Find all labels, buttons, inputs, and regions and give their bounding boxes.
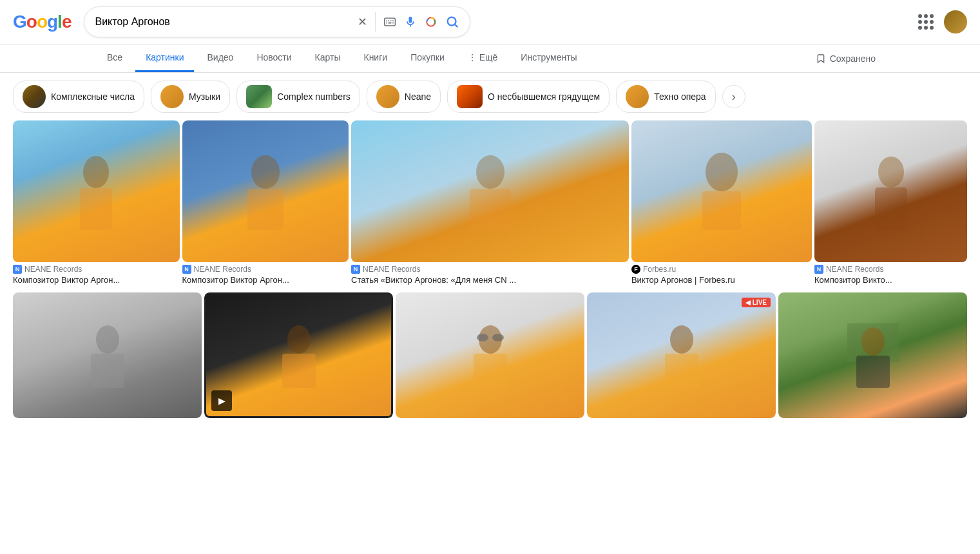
svg-rect-26 <box>474 354 507 388</box>
image-card-4[interactable]: F Forbes.ru Виктор Аргонов | Forbes.ru <box>631 120 812 290</box>
chip-thumb-4 <box>376 85 399 108</box>
tab-books[interactable]: Книги <box>353 44 398 72</box>
image-9: ◀LIVE <box>587 292 776 418</box>
voice-search-icon[interactable] <box>404 15 417 28</box>
search-input[interactable] <box>95 16 351 28</box>
tab-shopping[interactable]: Покупки <box>400 44 455 72</box>
source-name-5: NEANE Records <box>826 265 883 274</box>
play-button[interactable]: ▶ <box>211 390 232 411</box>
tab-tools[interactable]: Инструменты <box>510 44 587 72</box>
tab-maps[interactable]: Карты <box>305 44 351 72</box>
image-card-1[interactable]: N NEANE Records Композитор Виктор Аргон.… <box>13 120 180 290</box>
image-caption-3: N NEANE Records Статья «Виктор Аргонов: … <box>351 262 629 290</box>
clear-button[interactable]: ✕ <box>358 15 367 29</box>
image-caption-1: N NEANE Records Композитор Виктор Аргон.… <box>13 262 180 290</box>
svg-point-11 <box>83 156 109 188</box>
chip-muzyki[interactable]: Музыки <box>151 81 230 113</box>
source-icon-2: N <box>182 265 191 274</box>
image-title-5: Композитор Викто... <box>814 275 967 285</box>
image-caption-2: N NEANE Records Композитор Виктор Аргон.… <box>182 262 349 290</box>
image-caption-4: F Forbes.ru Виктор Аргонов | Forbes.ru <box>631 262 812 290</box>
chip-complex-numbers[interactable]: Complex numbers <box>236 81 360 113</box>
image-card-5[interactable]: N NEANE Records Композитор Викто... <box>814 120 967 290</box>
keyboard-icon[interactable] <box>383 15 396 28</box>
chip-thumb-2 <box>160 85 184 108</box>
svg-rect-16 <box>470 189 511 230</box>
tab-video[interactable]: Видео <box>197 44 244 72</box>
image-source-5: N NEANE Records <box>814 265 967 274</box>
svg-point-9 <box>448 17 456 26</box>
image-card-6[interactable] <box>13 292 202 418</box>
image-grid: N NEANE Records Композитор Виктор Аргон.… <box>0 120 980 421</box>
image-6 <box>13 292 202 418</box>
saved-button[interactable]: Сохранено <box>808 48 883 69</box>
svg-rect-14 <box>247 189 283 230</box>
chip-techno-opera[interactable]: Техно опера <box>616 81 715 113</box>
separator <box>375 12 376 32</box>
svg-rect-22 <box>91 354 124 388</box>
svg-point-32 <box>861 327 885 356</box>
image-card-7[interactable]: ▶ <box>204 292 393 418</box>
image-source-3: N NEANE Records <box>351 265 629 274</box>
image-card-3[interactable]: N NEANE Records Статья «Виктор Аргонов: … <box>351 120 629 290</box>
header: Google ✕ <box>0 0 980 44</box>
tab-all[interactable]: Все <box>97 44 133 72</box>
svg-rect-1 <box>387 21 388 22</box>
svg-rect-18 <box>702 191 741 230</box>
image-card-8[interactable] <box>396 292 584 418</box>
svg-rect-0 <box>385 18 396 26</box>
source-icon-4: F <box>631 265 640 274</box>
svg-rect-7 <box>393 23 394 24</box>
chips-next-button[interactable]: › <box>722 85 745 108</box>
svg-rect-5 <box>387 23 388 24</box>
chip-neane[interactable]: Neane <box>367 81 441 113</box>
image-row-1: N NEANE Records Композитор Виктор Аргон.… <box>13 120 967 290</box>
image-title-1: Композитор Виктор Аргон... <box>13 275 180 285</box>
google-logo[interactable]: Google <box>13 12 71 32</box>
svg-rect-33 <box>856 356 890 388</box>
filter-chips: Комплексные числа Музыки Complex numbers… <box>0 73 980 120</box>
image-title-3: Статья «Виктор Аргонов: «Для меня CN ... <box>351 275 629 285</box>
chip-label-1: Комплексные числа <box>51 91 135 102</box>
tab-images[interactable]: Картинки <box>135 44 194 72</box>
search-bar: ✕ <box>84 6 470 37</box>
image-title-2: Композитор Виктор Аргон... <box>182 275 349 285</box>
source-icon-1: N <box>13 265 22 274</box>
image-title-4: Виктор Аргонов | Forbes.ru <box>631 275 812 285</box>
svg-point-19 <box>878 157 904 187</box>
svg-rect-6 <box>389 23 392 24</box>
image-10 <box>778 292 967 418</box>
svg-point-17 <box>706 153 738 191</box>
user-avatar[interactable] <box>944 10 967 33</box>
chip-nesbyvshemsa[interactable]: О несбывшемся грядущем <box>447 81 610 113</box>
nav-tabs: Все Картинки Видео Новости Карты Книги П… <box>0 44 980 73</box>
header-right <box>918 10 967 33</box>
source-name-1: NEANE Records <box>24 265 82 274</box>
image-2 <box>182 120 349 262</box>
image-source-2: N NEANE Records <box>182 265 349 274</box>
chip-label-6: Техно опера <box>654 91 706 102</box>
image-card-2[interactable]: N NEANE Records Композитор Виктор Аргон.… <box>182 120 349 290</box>
chip-label-2: Музыки <box>189 91 220 102</box>
svg-point-23 <box>287 325 311 354</box>
image-source-4: F Forbes.ru <box>631 265 812 274</box>
chip-kompleksnye-chisla[interactable]: Комплексные числа <box>13 81 144 113</box>
image-8 <box>396 292 584 418</box>
svg-rect-2 <box>389 21 390 22</box>
image-card-9[interactable]: ◀LIVE <box>587 292 776 418</box>
image-source-1: N NEANE Records <box>13 265 180 274</box>
search-submit-icon[interactable] <box>445 15 459 29</box>
svg-rect-24 <box>282 354 316 388</box>
image-card-10[interactable] <box>778 292 967 418</box>
svg-line-10 <box>456 24 458 27</box>
chip-thumb-5 <box>457 85 483 108</box>
tab-more[interactable]: ⋮ Ещё <box>457 44 508 72</box>
tab-news[interactable]: Новости <box>246 44 302 72</box>
search-icons: ✕ <box>358 12 459 32</box>
source-name-4: Forbes.ru <box>643 265 676 274</box>
lens-icon[interactable] <box>425 15 437 28</box>
image-3 <box>351 120 629 262</box>
svg-rect-3 <box>390 21 392 22</box>
apps-icon[interactable] <box>918 14 934 30</box>
svg-point-27 <box>477 334 488 341</box>
